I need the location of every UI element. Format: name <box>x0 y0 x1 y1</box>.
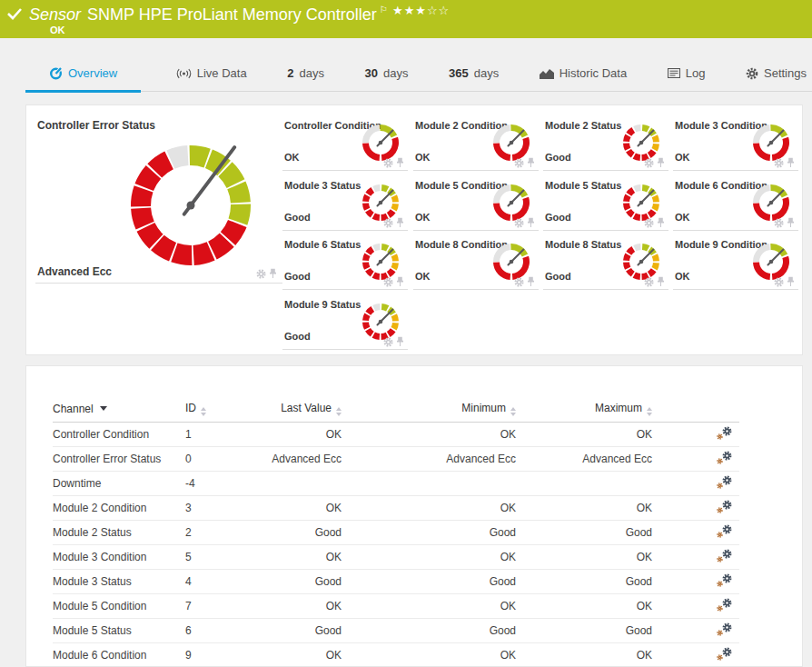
channel-name[interactable]: Module 3 Condition <box>53 544 185 569</box>
pin-icon[interactable] <box>657 217 665 228</box>
gauge-value: OK <box>284 152 300 163</box>
gear-icon[interactable] <box>774 277 784 287</box>
channel-name[interactable]: Downtime <box>53 471 185 495</box>
channel-settings-gears-icon[interactable] <box>717 598 732 612</box>
gauge-cell-icons <box>256 268 277 279</box>
gear-icon[interactable] <box>644 158 654 168</box>
gear-icon[interactable] <box>514 218 524 228</box>
tab-2-days[interactable]: 2 days <box>282 57 330 93</box>
gear-icon[interactable] <box>514 277 524 287</box>
gauge-cell: Module 6 Condition OK <box>673 174 798 231</box>
gear-icon[interactable] <box>383 158 393 168</box>
pin-icon[interactable] <box>657 276 665 287</box>
channel-settings-gears-icon[interactable] <box>717 475 732 489</box>
column-header-channel[interactable]: Channel <box>53 397 185 422</box>
pin-icon[interactable] <box>787 157 795 168</box>
gauge-value: Advanced Ecc <box>37 265 112 278</box>
table-row: Controller Condition 1 OK OK OK <box>53 422 739 446</box>
pin-icon[interactable] <box>787 276 795 287</box>
column-header-maximum[interactable]: Maximum <box>516 397 652 422</box>
channel-settings-gears-icon[interactable] <box>717 500 732 513</box>
channel-settings-gears-icon[interactable] <box>717 647 732 661</box>
gauge-cell-controller-error-status: Controller Error Status Advanced Ecc <box>35 114 282 284</box>
pin-icon[interactable] <box>396 276 404 287</box>
channel-settings-gears-icon[interactable] <box>717 622 732 636</box>
column-header-last-value[interactable]: Last Value <box>240 397 342 422</box>
gauge-value: OK <box>415 212 431 223</box>
gear-icon[interactable] <box>383 337 393 347</box>
table-row: Module 5 Status 6 Good Good Good <box>53 618 739 642</box>
channel-settings-gears-icon[interactable] <box>717 573 732 587</box>
tab-historic-data[interactable]: Historic Data <box>534 57 632 93</box>
tab-30-days[interactable]: 30 days <box>360 57 414 93</box>
gauge-value: OK <box>675 271 690 282</box>
channel-settings-gears-icon[interactable] <box>717 524 732 538</box>
tab-label: days <box>383 66 408 80</box>
channel-settings-gears-icon[interactable] <box>717 451 732 464</box>
channel-name[interactable]: Module 2 Condition <box>53 495 185 520</box>
column-header-id[interactable]: ID <box>185 397 240 422</box>
pin-icon[interactable] <box>396 217 404 228</box>
gear-icon[interactable] <box>514 158 524 168</box>
gauge-value: Good <box>284 271 311 282</box>
gauge-cell: Module 5 Status Good <box>543 174 668 231</box>
channel-name[interactable]: Module 2 Status <box>53 520 185 544</box>
channel-name[interactable]: Controller Condition <box>53 422 185 446</box>
table-row: Controller Error Status 0 Advanced Ecc A… <box>53 446 739 471</box>
channel-settings-gears-icon[interactable] <box>717 426 732 440</box>
column-header-minimum[interactable]: Minimum <box>342 397 516 422</box>
gear-icon[interactable] <box>383 277 393 287</box>
table-row: Module 2 Condition 3 OK OK OK <box>53 495 739 520</box>
gear-icon[interactable] <box>644 277 654 287</box>
channel-name[interactable]: Module 3 Status <box>53 569 185 593</box>
sort-icon <box>510 407 516 416</box>
table-row: Module 3 Status 4 Good Good Good <box>53 569 739 593</box>
sensor-status-badge: OK <box>50 25 65 35</box>
channels-table-panel: Channel ID Last Value Minimum Maximum Co… <box>25 365 803 667</box>
channel-name[interactable]: Controller Error Status <box>53 446 185 471</box>
tab-label: Historic Data <box>559 66 627 80</box>
sensor-header: SensorSNMP HPE ProLiant Memory Controlle… <box>0 0 812 38</box>
tab-365-days[interactable]: 365 days <box>443 57 504 93</box>
gauge-title: Module 5 Status <box>545 180 621 191</box>
channel-name[interactable]: Module 6 Condition <box>53 642 185 667</box>
gauge-icon <box>49 66 63 80</box>
priority-stars[interactable]: ★★★☆☆ <box>392 4 450 17</box>
channel-name[interactable]: Module 5 Condition <box>53 593 185 618</box>
pin-icon[interactable] <box>527 217 535 228</box>
pin-icon[interactable] <box>527 157 535 168</box>
gear-icon[interactable] <box>774 158 784 168</box>
gauge-cell: Module 2 Condition OK <box>413 114 539 171</box>
gauge-cell-icons <box>774 157 795 168</box>
gear-icon[interactable] <box>774 218 784 228</box>
table-row: Module 2 Status 2 Good Good Good <box>53 520 739 544</box>
pin-icon[interactable] <box>396 336 404 347</box>
gear-icon <box>746 67 758 80</box>
tab-overview[interactable]: Overview <box>25 57 141 93</box>
tab-label: Live Data <box>197 66 247 80</box>
controller-error-status-gauge[interactable] <box>114 128 268 286</box>
flag-icon[interactable]: ⚐ <box>380 5 388 15</box>
gear-icon[interactable] <box>256 269 266 279</box>
pin-icon[interactable] <box>527 276 535 287</box>
gauge-value: OK <box>675 152 690 163</box>
pin-icon[interactable] <box>787 217 795 228</box>
tab-label: Settings <box>764 66 807 80</box>
tab-log[interactable]: Log <box>662 57 711 93</box>
pin-icon[interactable] <box>269 268 277 279</box>
tab-label: Overview <box>68 66 117 80</box>
status-check-icon <box>7 7 23 24</box>
gear-icon[interactable] <box>644 218 654 228</box>
pin-icon[interactable] <box>396 157 404 168</box>
gauge-cell: Module 8 Status Good <box>543 234 668 290</box>
tab-settings[interactable]: Settings <box>740 57 812 93</box>
broadcast-icon <box>176 68 192 79</box>
gauge-cell-icons <box>644 157 665 168</box>
channel-settings-gears-icon[interactable] <box>717 549 732 562</box>
channel-name[interactable]: Module 5 Status <box>53 618 185 642</box>
pin-icon[interactable] <box>657 157 665 168</box>
gear-icon[interactable] <box>383 218 393 228</box>
sort-icon <box>336 407 342 416</box>
tab-live-data[interactable]: Live Data <box>171 57 253 93</box>
table-row: Downtime -4 <box>53 471 739 495</box>
